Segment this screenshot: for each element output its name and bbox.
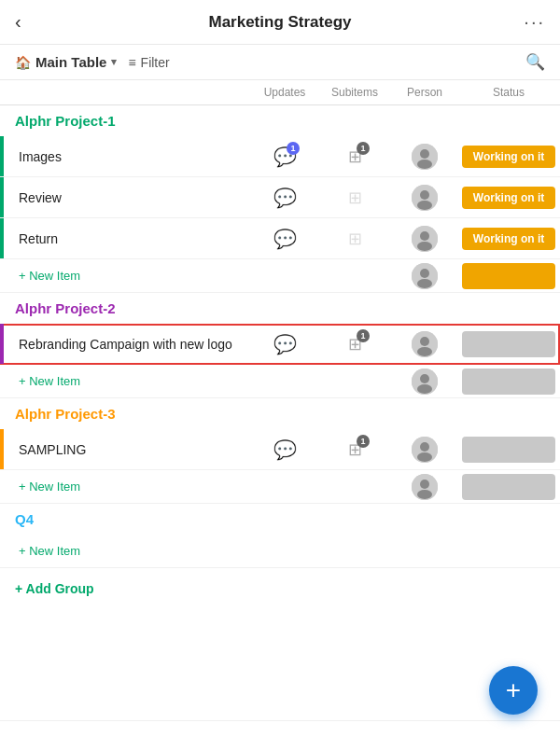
new-item-row[interactable]: + New Item	[0, 365, 560, 398]
status-empty	[462, 331, 555, 357]
add-group-button[interactable]: + Add Group	[0, 568, 560, 609]
new-item-status	[462, 368, 555, 395]
new-item-row[interactable]: + New Item	[0, 259, 560, 293]
col-subitems-header: Subitems	[317, 86, 392, 99]
col-updates-header: Updates	[252, 86, 317, 99]
new-item-row[interactable]: + New Item	[0, 535, 560, 568]
table-row[interactable]: Rebranding Campaign with new logo💬 ⊞ 1	[0, 324, 560, 365]
new-item-person-cell	[392, 263, 457, 289]
col-person-header: Person	[392, 86, 457, 99]
person-cell[interactable]	[392, 437, 457, 463]
new-item-status	[462, 263, 555, 289]
person-cell[interactable]	[392, 331, 457, 357]
main-table-label: Main Table	[35, 54, 106, 70]
status-badge: Working on it	[462, 187, 555, 209]
status-cell[interactable]: Working on it	[457, 187, 560, 209]
group-section-alphr1: Alphr Project-1Images 💬 1 ⊞ 1 Working on…	[0, 105, 560, 293]
group-title-alphr2: Alphr Project-2	[0, 293, 560, 324]
person-cell[interactable]	[392, 144, 457, 170]
update-icon-wrap[interactable]: 💬 1	[270, 142, 300, 172]
col-status-header: Status	[457, 86, 560, 99]
svg-point-5	[417, 201, 432, 210]
new-item-button[interactable]: + New Item	[0, 269, 252, 283]
row-name-cell: Images	[0, 140, 252, 174]
main-table-button[interactable]: 🏠 Main Table ▾	[15, 54, 117, 70]
svg-point-4	[420, 190, 429, 200]
subitems-cell[interactable]: ⊞	[317, 229, 392, 249]
svg-point-23	[417, 490, 432, 499]
svg-point-16	[420, 374, 429, 383]
filter-icon: ≡	[128, 55, 135, 70]
toolbar-left: 🏠 Main Table ▾ ≡ Filter	[15, 54, 170, 70]
subitem-icon-wrap[interactable]: ⊞ 1	[340, 142, 370, 172]
subitem-icon: ⊞	[348, 229, 362, 249]
svg-point-22	[420, 480, 429, 489]
header: ‹ Marketing Strategy ···	[0, 0, 560, 45]
table-row[interactable]: Review💬⊞Working on it	[0, 177, 560, 218]
group-title-alphr3: Alphr Project-3	[0, 398, 560, 429]
avatar	[412, 437, 438, 463]
updates-cell[interactable]: 💬	[252, 438, 317, 461]
table-row[interactable]: SAMPLING💬 ⊞ 1	[0, 429, 560, 470]
new-item-button[interactable]: + New Item	[0, 480, 252, 494]
search-icon: 🔍	[525, 53, 545, 71]
subitems-cell[interactable]: ⊞ 1	[317, 435, 392, 465]
subitem-badge: 1	[357, 435, 370, 448]
svg-point-14	[417, 347, 432, 356]
new-item-button[interactable]: + New Item	[0, 544, 252, 558]
update-badge: 1	[287, 142, 300, 155]
comment-icon: 💬	[273, 187, 297, 209]
row-name-cell: SAMPLING	[0, 433, 252, 466]
new-item-button[interactable]: + New Item	[0, 374, 252, 388]
updates-cell[interactable]: 💬 1	[252, 142, 317, 172]
table-row[interactable]: Images 💬 1 ⊞ 1 Working on it	[0, 136, 560, 177]
status-empty	[462, 437, 555, 463]
row-name-cell: Review	[0, 181, 252, 215]
svg-point-10	[420, 269, 429, 278]
new-item-status	[462, 474, 555, 500]
updates-cell[interactable]: 💬	[252, 187, 317, 209]
fab-add-button[interactable]: +	[489, 666, 538, 715]
new-item-status-cell	[457, 263, 560, 289]
avatar	[412, 331, 438, 357]
status-cell[interactable]	[457, 331, 560, 357]
comment-icon: 💬	[273, 228, 297, 250]
house-icon: 🏠	[15, 55, 31, 70]
svg-point-17	[417, 384, 432, 394]
group-section-alphr2: Alphr Project-2Rebranding Campaign with …	[0, 293, 560, 398]
svg-point-19	[420, 442, 429, 452]
groups-container: Alphr Project-1Images 💬 1 ⊞ 1 Working on…	[0, 105, 560, 568]
group-section-q4: Q4+ New Item	[0, 504, 560, 568]
row-name-cell: Return	[0, 222, 252, 256]
avatar	[412, 474, 438, 500]
avatar	[412, 263, 438, 289]
updates-cell[interactable]: 💬	[252, 333, 317, 355]
status-badge: Working on it	[462, 228, 555, 250]
subitems-cell[interactable]: ⊞ 1	[317, 142, 392, 172]
status-cell[interactable]	[457, 437, 560, 463]
avatar	[412, 226, 438, 252]
status-cell[interactable]: Working on it	[457, 146, 560, 168]
row-name-cell: Rebranding Campaign with new logo	[0, 327, 252, 361]
table-row[interactable]: Return💬⊞Working on it	[0, 218, 560, 259]
new-item-row[interactable]: + New Item	[0, 470, 560, 504]
person-cell[interactable]	[392, 185, 457, 211]
subitems-cell[interactable]: ⊞	[317, 188, 392, 208]
subitem-icon-wrap[interactable]: ⊞ 1	[340, 435, 370, 465]
new-item-status-cell	[457, 368, 560, 395]
more-options-button[interactable]: ···	[517, 11, 545, 33]
group-title-q4: Q4	[0, 504, 560, 535]
subitem-icon-wrap[interactable]: ⊞ 1	[340, 329, 370, 359]
status-cell[interactable]: Working on it	[457, 228, 560, 250]
filter-button[interactable]: ≡ Filter	[128, 55, 169, 70]
search-button[interactable]: 🔍	[525, 52, 545, 72]
col-name-header	[0, 86, 252, 99]
new-item-person-cell	[392, 474, 457, 500]
toolbar: 🏠 Main Table ▾ ≡ Filter 🔍	[0, 45, 560, 80]
person-cell[interactable]	[392, 226, 457, 252]
subitem-badge: 1	[357, 142, 370, 155]
back-button[interactable]: ‹	[15, 11, 43, 33]
updates-cell[interactable]: 💬	[252, 228, 317, 250]
subitems-cell[interactable]: ⊞ 1	[317, 329, 392, 359]
comment-icon: 💬	[273, 438, 297, 461]
